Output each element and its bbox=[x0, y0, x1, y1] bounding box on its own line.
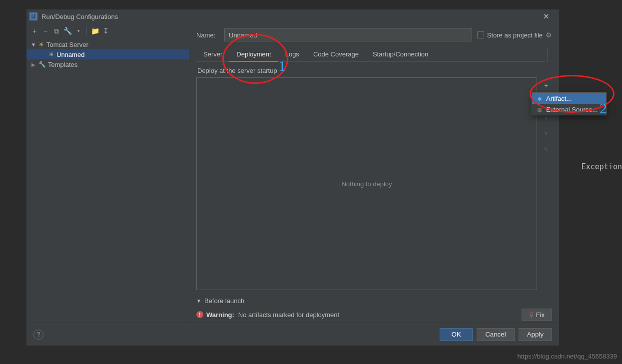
tabs-wrap: Server Deployment Logs Code Coverage Sta… bbox=[196, 47, 552, 62]
expand-icon: ▶ bbox=[30, 62, 36, 67]
config-tabs: Server Deployment Logs Code Coverage Sta… bbox=[196, 47, 545, 62]
artifact-icon: ◆ bbox=[536, 95, 543, 102]
main-panel: Name: Store as project file ⚙ Server Dep… bbox=[189, 23, 559, 323]
warning-text: No artifacts marked for deployment bbox=[238, 311, 339, 319]
popup-item-artifact[interactable]: ◆ Artifact... bbox=[532, 93, 606, 104]
expand-icon: ▼ bbox=[30, 42, 36, 47]
warning-icon: ! bbox=[196, 311, 203, 318]
popup-item-external-source[interactable]: ▥ External Source... bbox=[532, 104, 606, 115]
folder-button[interactable]: 📁 bbox=[90, 26, 100, 36]
deploy-add-button[interactable]: + bbox=[540, 79, 552, 91]
warning-row: ! Warning: No artifacts marked for deplo… bbox=[196, 309, 552, 321]
run-debug-config-dialog: IJ Run/Debug Configurations ✕ + − ⧉ 🔧 ▾ … bbox=[26, 9, 560, 346]
tree-node-tomcat-server[interactable]: ▼ ⛯ Tomcat Server bbox=[26, 39, 189, 49]
wrench-icon: 🔧 bbox=[38, 61, 46, 68]
background-console-text: Exception bbox=[582, 162, 622, 171]
collapse-icon: ▼ bbox=[196, 298, 201, 304]
fix-label: Fix bbox=[536, 311, 545, 319]
before-launch-label: Before launch bbox=[204, 297, 244, 305]
toolbar-separator bbox=[86, 27, 87, 35]
remove-config-button[interactable]: − bbox=[40, 26, 50, 36]
store-checkbox[interactable] bbox=[477, 31, 484, 38]
deploy-edit-button[interactable]: ✎ bbox=[540, 143, 552, 155]
sort-button[interactable]: ↧ bbox=[101, 26, 111, 36]
sidebar-toolbar: + − ⧉ 🔧 ▾ 📁 ↧ bbox=[26, 23, 189, 38]
tab-deployment[interactable]: Deployment bbox=[229, 47, 278, 62]
tree-node-label: Unnamed bbox=[56, 51, 84, 58]
before-launch-section[interactable]: ▼ Before launch bbox=[196, 297, 552, 305]
dialog-titlebar: IJ Run/Debug Configurations ✕ bbox=[26, 9, 559, 23]
tab-logs[interactable]: Logs bbox=[278, 47, 306, 62]
deploy-row: Nothing to deploy + − ▲ ▼ ✎ bbox=[196, 77, 552, 290]
watermark-text: https://blog.csdn.net/qq_45658339 bbox=[518, 353, 618, 360]
bulb-icon: ⚲ bbox=[529, 311, 534, 319]
config-name-input[interactable] bbox=[224, 28, 472, 41]
copy-config-button[interactable]: ⧉ bbox=[51, 26, 61, 36]
ok-button[interactable]: OK bbox=[440, 328, 473, 341]
deploy-section-label: Deploy at the server startup bbox=[197, 67, 552, 74]
warning-prefix: Warning: bbox=[206, 311, 234, 319]
dialog-body: + − ⧉ 🔧 ▾ 📁 ↧ ▼ ⛯ Tomcat Server ⛯ Unname… bbox=[26, 23, 559, 323]
right-scrollbar[interactable] bbox=[547, 47, 552, 62]
settings-dropdown-icon[interactable]: ▾ bbox=[73, 26, 83, 36]
tab-startup-connection[interactable]: Startup/Connection bbox=[366, 47, 435, 62]
config-tree[interactable]: ▼ ⛯ Tomcat Server ⛯ Unnamed ▶ 🔧 Template… bbox=[26, 38, 189, 323]
tomcat-icon: ⛯ bbox=[48, 51, 54, 58]
help-button[interactable]: ? bbox=[33, 330, 43, 340]
apply-button[interactable]: Apply bbox=[519, 328, 552, 341]
add-config-button[interactable]: + bbox=[29, 26, 39, 36]
gear-icon[interactable]: ⚙ bbox=[546, 31, 552, 39]
popup-item-label: Artifact... bbox=[546, 95, 572, 102]
close-button[interactable]: ✕ bbox=[536, 9, 556, 23]
intellij-logo-icon: IJ bbox=[29, 12, 37, 20]
edit-settings-button[interactable]: 🔧 bbox=[62, 26, 72, 36]
name-row: Name: Store as project file ⚙ bbox=[196, 28, 552, 41]
cancel-button[interactable]: Cancel bbox=[477, 328, 515, 341]
add-deploy-popup: ◆ Artifact... ▥ External Source... bbox=[532, 92, 607, 115]
tree-node-templates[interactable]: ▶ 🔧 Templates bbox=[26, 59, 189, 69]
fix-button[interactable]: ⚲ Fix bbox=[522, 309, 552, 321]
dialog-title: Run/Debug Configurations bbox=[41, 13, 118, 20]
config-sidebar: + − ⧉ 🔧 ▾ 📁 ↧ ▼ ⛯ Tomcat Server ⛯ Unname… bbox=[26, 23, 189, 323]
store-label: Store as project file bbox=[487, 31, 543, 39]
popup-item-label: External Source... bbox=[546, 106, 598, 113]
tree-node-label: Tomcat Server bbox=[46, 41, 88, 48]
name-label: Name: bbox=[196, 31, 219, 39]
tab-server[interactable]: Server bbox=[196, 47, 229, 62]
tree-node-unnamed[interactable]: ⛯ Unnamed bbox=[26, 49, 189, 59]
deploy-move-down-button[interactable]: ▼ bbox=[540, 127, 552, 139]
external-source-icon: ▥ bbox=[536, 106, 543, 113]
tomcat-icon: ⛯ bbox=[38, 41, 44, 48]
dialog-footer: ? OK Cancel Apply bbox=[26, 323, 559, 346]
tab-code-coverage[interactable]: Code Coverage bbox=[306, 47, 366, 62]
deploy-list[interactable]: Nothing to deploy bbox=[196, 77, 537, 290]
store-as-project-file-block: Store as project file ⚙ bbox=[477, 31, 552, 39]
tree-node-label: Templates bbox=[48, 61, 77, 68]
deploy-empty-text: Nothing to deploy bbox=[341, 180, 392, 188]
